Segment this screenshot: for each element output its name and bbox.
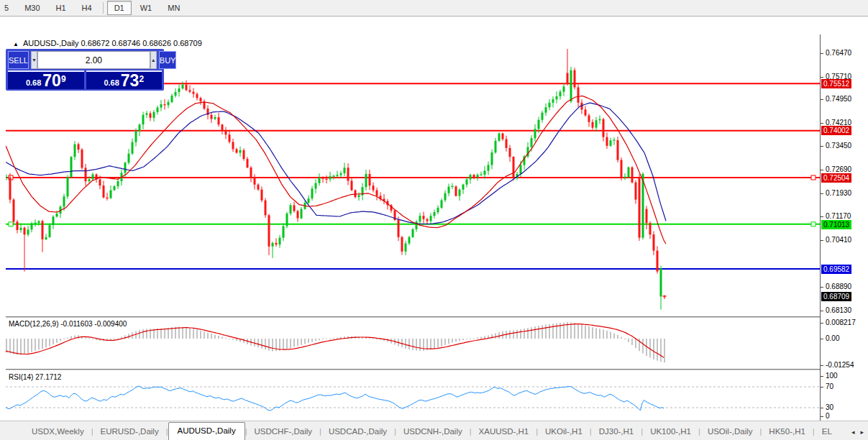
timeframe-button-d1[interactable]: D1: [107, 1, 132, 15]
macd-histogram-bar: [570, 322, 572, 339]
candle-body: [653, 234, 655, 250]
candle-body: [617, 140, 619, 160]
macd-histogram-bar: [63, 339, 65, 339]
tab-hk50-h1[interactable]: HK50-,H1: [762, 424, 813, 440]
candle-body: [495, 141, 497, 152]
candle-body: [114, 186, 116, 191]
trading-platform-window: 5M30H1H4D1W1MN ▲AUDUSD-,Daily 0.68672 0.…: [0, 0, 868, 440]
tab-audusd-daily[interactable]: AUDUSD-,Daily: [168, 422, 245, 440]
candle-body: [542, 113, 544, 120]
tab-uk100-h1[interactable]: UK100-,H1: [643, 424, 698, 440]
price-line-badge: 0.75512: [821, 79, 851, 88]
line-handle[interactable]: [811, 175, 816, 180]
macd-histogram-bar: [444, 339, 446, 345]
macd-histogram-bar: [333, 338, 334, 339]
sell-button[interactable]: SELL: [8, 51, 29, 69]
macd-histogram-bar: [470, 339, 471, 339]
macd-histogram-bar: [581, 324, 583, 339]
candle-body: [150, 114, 152, 118]
candle-body: [448, 187, 450, 193]
axis-tick-label: 0: [826, 412, 830, 420]
macd-indicator-label: MACD(12,26,9) -0.011603 -0.009400: [9, 320, 127, 328]
timeframe-button-m30[interactable]: M30: [17, 1, 47, 15]
axis-tick-label: 0.74950: [826, 95, 851, 103]
macd-histogram-bar: [189, 328, 191, 339]
tab-usdx-weekly[interactable]: USDX,Weekly: [24, 424, 91, 440]
candle-body: [488, 165, 490, 170]
candle-body: [272, 243, 274, 247]
candle-body: [117, 181, 119, 186]
candle-body: [430, 216, 432, 221]
macd-histogram-bar: [261, 339, 262, 349]
axis-tick: [821, 365, 823, 366]
timeframe-button-h4[interactable]: H4: [75, 1, 99, 15]
candle-body: [85, 168, 87, 181]
line-handle[interactable]: [811, 222, 816, 226]
tab-eurusd-daily[interactable]: EURUSD-,Daily: [93, 424, 166, 440]
price-axis[interactable]: 0.764700.757100.749500.742100.734500.726…: [820, 35, 868, 438]
tab-el[interactable]: EL: [815, 424, 839, 440]
candle-body: [225, 131, 227, 135]
macd-histogram-bar: [42, 339, 43, 349]
candle-body: [81, 150, 83, 168]
macd-histogram-bar: [466, 339, 467, 339]
ma_fast-line[interactable]: [6, 96, 666, 244]
macd-histogram-bar: [628, 339, 629, 342]
axis-tick: [821, 193, 823, 194]
timeframe-button-h1[interactable]: H1: [49, 1, 73, 15]
line-handle[interactable]: [9, 222, 13, 226]
volume-decrease-button[interactable]: ▼: [31, 51, 37, 69]
timeframe-button-5[interactable]: 5: [0, 1, 16, 15]
macd-histogram-bar: [516, 330, 518, 339]
macd-panel-canvas[interactable]: [6, 318, 820, 368]
tab-usdchf-daily[interactable]: USDCHF-,Daily: [247, 424, 320, 440]
macd-histogram-bar: [329, 339, 331, 339]
macd-histogram-bar: [182, 327, 183, 339]
macd-histogram-bar: [473, 338, 475, 339]
rsi-line: [6, 386, 664, 411]
candle-body: [38, 221, 40, 223]
axis-tick-label: 0.76470: [826, 49, 851, 57]
timeframe-button-w1[interactable]: W1: [133, 1, 160, 15]
candle-body: [257, 185, 260, 190]
chart-window: ▲AUDUSD-,Daily 0.68672 0.68746 0.68626 0…: [0, 17, 868, 421]
axis-tick: [821, 416, 823, 417]
buy-price-display[interactable]: 0.68 73 2: [86, 70, 163, 89]
candle-body: [157, 108, 159, 112]
candle-body: [196, 94, 198, 98]
candle-body: [42, 221, 44, 239]
candle-body: [193, 92, 195, 94]
macd-histogram-bar: [297, 339, 298, 346]
macd-histogram-bar: [20, 339, 22, 355]
candle-body: [444, 193, 447, 201]
macd-histogram-bar: [196, 330, 198, 339]
candle-body: [24, 228, 26, 235]
tab-ukoil-h1[interactable]: UKOil-,H1: [538, 424, 590, 440]
macd-histogram-bar: [520, 329, 521, 339]
tab-usdcnh-daily[interactable]: USDCNH-,Daily: [396, 424, 470, 440]
tab-xauusd-h1[interactable]: XAUUSD-,H1: [472, 424, 536, 440]
candle-body: [265, 201, 267, 216]
tab-dj30-h1[interactable]: DJ30-,H1: [592, 424, 641, 440]
macd-histogram-bar: [49, 339, 50, 346]
macd-histogram-bar: [653, 339, 654, 359]
tab-scroll-left-icon[interactable]: ◂: [849, 428, 858, 436]
ma_slow-line[interactable]: [6, 103, 666, 224]
candle-body: [477, 175, 479, 177]
volume-increase-button[interactable]: ▲: [150, 51, 157, 69]
candle-body: [168, 102, 170, 105]
volume-input[interactable]: [37, 51, 150, 69]
rsi-panel-canvas[interactable]: [6, 370, 820, 421]
buy-button[interactable]: BUY: [159, 51, 177, 69]
timeframe-button-mn[interactable]: MN: [160, 1, 187, 15]
tab-usoil-daily[interactable]: USOil-,Daily: [700, 424, 760, 440]
macd-histogram-bar: [293, 339, 295, 347]
tab-scroll-right-icon[interactable]: ▸: [857, 428, 867, 436]
candle-body: [254, 178, 256, 185]
macd-histogram-bar: [642, 339, 644, 354]
tab-usdcad-daily[interactable]: USDCAD-,Daily: [321, 424, 394, 440]
macd-histogram-bar: [38, 339, 40, 349]
candle-body: [67, 177, 69, 196]
macd-histogram-bar: [13, 339, 14, 354]
sell-price-display[interactable]: 0.68 70 9: [8, 70, 84, 89]
